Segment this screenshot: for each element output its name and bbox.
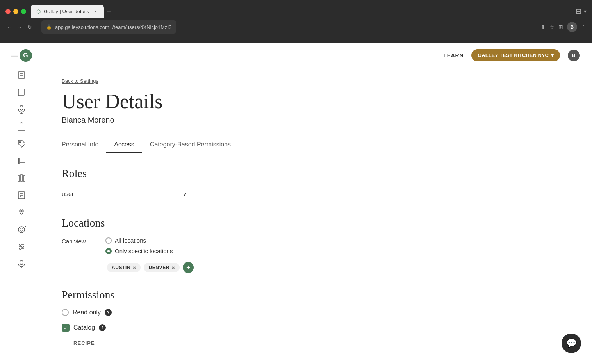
documents-icon (18, 71, 25, 81)
catalog-label: Catalog (73, 324, 95, 331)
austin-tag: AUSTIN × (107, 263, 141, 272)
address-bar-row: ← → ↻ 🔒 app.galleysolutions.com /team/us… (0, 18, 592, 36)
top-bar: LEARN GALLEY TEST KITCHEN NYC ▾ B (43, 43, 592, 68)
browser-tab[interactable]: ⬡ Galley | User details × (31, 5, 104, 18)
traffic-light-red[interactable] (5, 9, 11, 14)
svg-point-32 (20, 248, 21, 250)
tab-title: Galley | User details (44, 9, 89, 14)
sidebar-item-note[interactable] (8, 188, 35, 204)
browser-user-avatar[interactable]: B (567, 22, 577, 32)
dropdown-arrow-icon[interactable]: ▾ (584, 8, 587, 14)
box-icon (17, 122, 26, 133)
sidebar-item-library[interactable] (8, 171, 35, 187)
sidebar-item-plate[interactable] (8, 223, 35, 238)
chat-icon: 💬 (566, 338, 577, 348)
can-view-label: Can view (62, 237, 93, 244)
sidebar-item-mic[interactable] (8, 102, 35, 118)
svg-point-31 (22, 246, 23, 248)
url-base: app.galleysolutions.com (55, 24, 109, 30)
window-minimize-icon[interactable]: ⊟ (576, 7, 581, 16)
svg-point-24 (18, 227, 25, 233)
sidebar-item-box[interactable] (8, 120, 35, 135)
nav-back-button[interactable]: ← (5, 24, 13, 30)
tab-close-btn[interactable]: × (92, 8, 98, 14)
denver-tag: DENVER × (144, 263, 180, 272)
kitchen-selector-button[interactable]: GALLEY TEST KITCHEN NYC ▾ (471, 49, 560, 61)
learn-button[interactable]: LEARN (443, 52, 464, 59)
svg-rect-17 (21, 175, 22, 181)
user-avatar[interactable]: B (568, 50, 580, 61)
bookmark-icon[interactable]: ☆ (549, 24, 555, 30)
read-only-help-icon[interactable]: ? (105, 309, 112, 316)
logo-dash: — (11, 52, 18, 60)
all-locations-label: All locations (115, 237, 146, 244)
url-path: /team/users/dXNlcjo1MzI3 (112, 24, 172, 30)
roles-dropdown[interactable]: user ∨ (62, 187, 187, 201)
pin-icon (18, 208, 25, 219)
settings-icon (17, 243, 26, 253)
denver-tag-remove[interactable]: × (172, 265, 175, 270)
browser-chrome: ⬡ Galley | User details × + ⊟ ▾ ← → ↻ 🔒 … (0, 0, 592, 43)
sidebar-item-documents[interactable] (8, 68, 35, 84)
tab-category-permissions[interactable]: Category-Based Permissions (142, 137, 239, 153)
all-locations-radio[interactable]: All locations (105, 237, 173, 244)
nav-forward-button[interactable]: → (16, 24, 23, 30)
traffic-light-green[interactable] (21, 9, 26, 14)
roles-section: Roles user ∨ (62, 167, 573, 201)
svg-point-25 (20, 228, 23, 231)
svg-rect-16 (18, 176, 20, 181)
sidebar-item-pin[interactable] (8, 205, 35, 221)
list-icon (18, 157, 25, 167)
traffic-light-yellow[interactable] (13, 9, 18, 14)
back-to-settings-link[interactable]: Back to Settings (62, 78, 98, 84)
read-only-radio[interactable] (62, 309, 69, 316)
title-bar: ⬡ Galley | User details × + ⊟ ▾ (0, 0, 592, 18)
nav-refresh-button[interactable]: ↻ (26, 24, 34, 30)
svg-point-33 (20, 260, 23, 265)
sidebar-item-list[interactable] (8, 154, 35, 170)
sidebar-logo: — G (11, 49, 32, 62)
toolbar-right: ⬆ ☆ ⊞ B ⋮ (541, 22, 587, 32)
more-options-icon[interactable]: ⋮ (581, 24, 587, 30)
tab-access[interactable]: Access (106, 137, 142, 153)
recipe-label-text: RECIPE (73, 340, 95, 346)
app-container: — G (0, 43, 592, 364)
share-icon[interactable]: ⬆ (541, 24, 546, 30)
denver-tag-label: DENVER (148, 265, 169, 270)
new-tab-button[interactable]: + (107, 7, 111, 16)
sidebar: — G (0, 43, 43, 364)
address-bar[interactable]: 🔒 app.galleysolutions.com /team/users/dX… (41, 20, 176, 34)
catalog-help-icon[interactable]: ? (99, 324, 106, 331)
austin-tag-remove[interactable]: × (133, 265, 136, 270)
sidebar-item-settings[interactable] (8, 240, 35, 255)
page-title: User Details (62, 90, 573, 112)
svg-rect-18 (23, 176, 25, 181)
roles-dropdown-arrow: ∨ (183, 191, 187, 197)
austin-tag-label: AUSTIN (112, 265, 130, 270)
traffic-lights (5, 9, 26, 14)
tag-icon (18, 139, 25, 150)
tab-personal-info[interactable]: Personal Info (62, 137, 106, 153)
specific-locations-label: Only specific locations (115, 248, 173, 254)
catalog-permission: ✓ Catalog ? (62, 324, 573, 332)
location-tags: AUSTIN × DENVER × + (107, 262, 573, 273)
permissions-section: Permissions Read only ? ✓ Catalog ? RECI… (62, 289, 573, 346)
chat-button[interactable]: 💬 (562, 334, 581, 353)
locations-section-title: Locations (62, 217, 573, 229)
sidebar-item-mic2[interactable] (8, 257, 35, 273)
split-view-icon[interactable]: ⊞ (558, 24, 563, 30)
svg-rect-8 (18, 125, 25, 130)
user-initial: B (572, 52, 575, 58)
add-location-button[interactable]: + (183, 262, 194, 273)
svg-point-9 (19, 141, 20, 143)
catalog-checkbox[interactable]: ✓ (62, 324, 70, 332)
sidebar-item-book[interactable] (8, 85, 35, 101)
svg-point-23 (21, 210, 22, 212)
mic-icon (18, 105, 25, 116)
svg-line-26 (25, 226, 26, 227)
logo-g-icon[interactable]: G (20, 49, 32, 62)
book-icon (18, 88, 25, 98)
sidebar-item-tag[interactable] (8, 137, 35, 152)
recipe-sublabel: RECIPE (62, 339, 573, 346)
specific-locations-radio[interactable]: Only specific locations (105, 248, 173, 254)
